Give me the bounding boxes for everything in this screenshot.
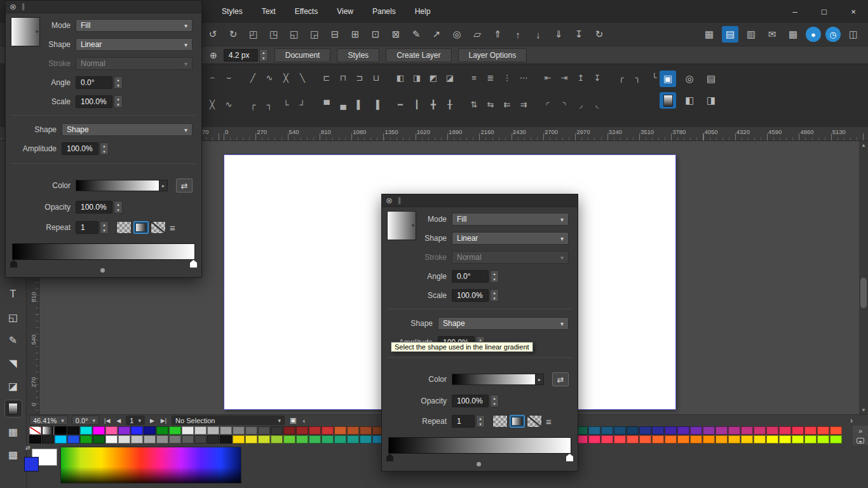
swatch[interactable] <box>677 435 689 444</box>
align-center-icon[interactable]: ⊓ <box>336 70 351 85</box>
colour-spectrum-picker[interactable] <box>60 447 241 484</box>
selection-target-icon[interactable]: ▣ <box>288 416 297 424</box>
repeat-spinner[interactable] <box>100 221 109 234</box>
swatch[interactable] <box>627 426 639 435</box>
flip-horizontal-icon[interactable]: ⇆ <box>483 97 498 112</box>
close-icon[interactable]: ⊗ <box>10 3 17 11</box>
spin-up-icon[interactable] <box>491 290 498 295</box>
select-next-icon[interactable]: ◳ <box>266 26 282 43</box>
swatch[interactable] <box>29 426 41 435</box>
swatch[interactable] <box>792 435 804 444</box>
align-bottom-icon[interactable]: ◩ <box>426 70 441 85</box>
swatch[interactable] <box>296 435 308 444</box>
break-curve-icon[interactable]: ╳ <box>278 70 294 85</box>
auto-scroll-icon[interactable]: ◎ <box>449 26 465 43</box>
swatch[interactable] <box>93 435 105 444</box>
swatch[interactable] <box>754 426 766 435</box>
swatch[interactable] <box>194 426 207 435</box>
move-to-back-icon[interactable]: ⇓ <box>550 26 567 43</box>
arc-tr-icon[interactable]: ◝ <box>557 97 572 112</box>
pages-panel-icon[interactable]: ▤ <box>722 26 738 43</box>
swatch[interactable] <box>93 426 105 435</box>
fill-colour-chip[interactable] <box>24 457 39 471</box>
stroke-width-stepper[interactable]: 4.2 px <box>224 49 268 62</box>
maximize-button[interactable]: □ <box>810 0 839 23</box>
spin-up-icon[interactable] <box>100 222 108 227</box>
swatch[interactable] <box>817 426 829 435</box>
convert-smooth-icon[interactable]: ⌢ <box>205 70 220 85</box>
swatch[interactable] <box>347 426 359 435</box>
swatch[interactable] <box>245 435 257 444</box>
selection-dropdown[interactable]: No Selection▾ <box>172 416 285 425</box>
gradient-editor-bar[interactable] <box>388 437 571 454</box>
swatch[interactable] <box>601 426 613 435</box>
swatch[interactable] <box>322 435 334 444</box>
record-icon[interactable]: ● <box>806 27 821 42</box>
delete-node-icon[interactable]: ╳ <box>205 97 220 112</box>
last-page-button[interactable]: ▶| <box>159 417 168 424</box>
zoom-dropdown[interactable]: 46.41%▾ <box>29 416 68 425</box>
edit-all-layers-icon[interactable]: ✎ <box>408 26 424 43</box>
pad-top-icon[interactable]: ↥ <box>573 70 588 85</box>
spin-up-icon[interactable] <box>114 77 122 83</box>
snap-horizontal-icon[interactable]: ━ <box>393 97 408 112</box>
mode-dropdown[interactable]: Fill <box>452 213 569 226</box>
swatch[interactable] <box>741 426 753 435</box>
swatch[interactable] <box>131 435 143 444</box>
swatch[interactable] <box>258 426 270 435</box>
swatch[interactable] <box>766 435 778 444</box>
swatch[interactable] <box>627 435 639 444</box>
gradient-editor-bar[interactable] <box>12 243 195 260</box>
swatch[interactable] <box>207 435 219 444</box>
opacity-input[interactable]: 100.0% <box>76 201 112 214</box>
gradient-fill-icon[interactable] <box>660 92 676 109</box>
swatch[interactable] <box>169 426 181 435</box>
fill-mode-icon[interactable]: ◧ <box>681 92 698 109</box>
swatch[interactable] <box>588 435 600 444</box>
swatch[interactable] <box>283 435 295 444</box>
snap-vertical-icon[interactable]: ┃ <box>409 97 424 112</box>
swatch[interactable] <box>334 435 346 444</box>
swatch[interactable] <box>207 426 219 435</box>
spin-down-icon[interactable] <box>114 207 122 213</box>
swatch[interactable] <box>804 426 817 435</box>
snap-right-icon[interactable]: ▐ <box>369 97 384 112</box>
minimize-button[interactable]: – <box>780 0 810 23</box>
swatch[interactable] <box>220 435 232 444</box>
line-segment-icon[interactable]: ╱ <box>245 70 261 85</box>
corner-tl-icon[interactable]: ┌ <box>245 97 261 112</box>
swatch[interactable] <box>182 435 194 444</box>
sync-icon[interactable]: ↻ <box>591 26 607 43</box>
scale-input[interactable]: 100.0% <box>76 95 112 108</box>
swatch[interactable] <box>80 435 92 444</box>
previous-page-button[interactable]: ◀ <box>115 417 122 424</box>
swatch[interactable] <box>67 426 79 435</box>
align-justify-icon[interactable]: ⊔ <box>369 70 384 85</box>
arc-tl-icon[interactable]: ◜ <box>540 97 555 112</box>
swatch[interactable] <box>741 435 753 444</box>
vertical-scrollbar[interactable]: ▲ ▼ <box>859 141 868 414</box>
swatch[interactable] <box>67 435 79 444</box>
pattern-repeat-icon[interactable] <box>527 415 542 428</box>
repeat-input[interactable]: 1 <box>76 221 98 234</box>
swap-colours-icon[interactable]: ⇄ <box>25 445 31 451</box>
menu-styles[interactable]: Styles <box>212 0 252 23</box>
snap-grid-icon[interactable]: ╋ <box>426 97 441 112</box>
close-button[interactable]: × <box>839 0 868 23</box>
space-horizontal-icon[interactable]: ⋮ <box>499 70 515 85</box>
spin-down-icon[interactable] <box>491 401 498 407</box>
panel-titlebar[interactable]: ⊗ ∥ <box>382 194 578 207</box>
panel-titlebar[interactable]: ⊗ ∥ <box>6 1 201 13</box>
document-button[interactable]: Document <box>275 48 331 62</box>
history-redo-icon[interactable]: ↻ <box>225 26 241 43</box>
spin-up-icon[interactable] <box>114 96 122 102</box>
shape-dropdown[interactable]: Linear <box>76 38 193 51</box>
shape-dropdown[interactable]: Linear <box>452 232 569 245</box>
align-spread-icon[interactable]: ◪ <box>442 70 458 85</box>
swatch[interactable] <box>614 435 626 444</box>
gradient-stop-end[interactable] <box>190 260 197 268</box>
drag-grip-icon[interactable]: ∥ <box>22 3 25 11</box>
transparency-tool[interactable]: ◪ <box>5 377 22 394</box>
swatch[interactable] <box>665 435 677 444</box>
gradient-stop-end[interactable] <box>566 454 573 461</box>
